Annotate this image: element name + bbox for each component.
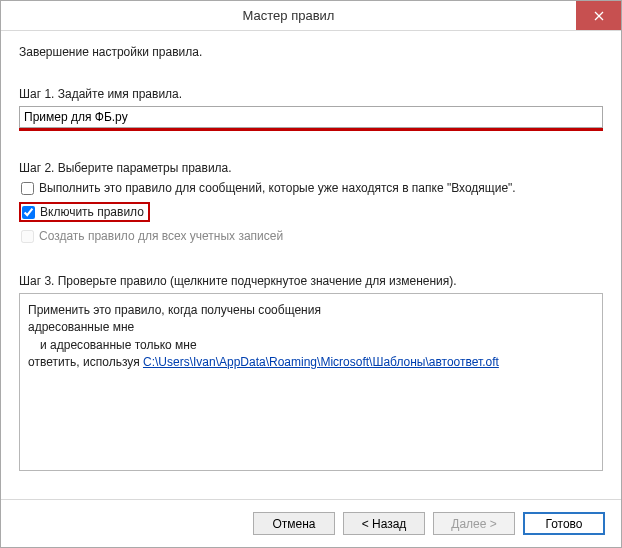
window-title: Мастер правил	[1, 8, 576, 23]
preview-line-3: и адресованные только мне	[28, 337, 594, 354]
step1-section: Шаг 1. Задайте имя правила.	[19, 87, 603, 131]
intro-text: Завершение настройки правила.	[19, 45, 603, 59]
step2-section: Шаг 2. Выберите параметры правила. Выпол…	[19, 161, 603, 244]
cancel-button[interactable]: Отмена	[253, 512, 335, 535]
step3-label: Шаг 3. Проверьте правило (щелкните подче…	[19, 274, 603, 288]
preview-line-1: Применить это правило, когда получены со…	[28, 302, 594, 319]
option-run-on-inbox-label: Выполнить это правило для сообщений, кот…	[39, 181, 516, 195]
content-area: Завершение настройки правила. Шаг 1. Зад…	[1, 31, 621, 499]
option-enable-rule-label: Включить правило	[40, 205, 144, 219]
option-all-accounts-label: Создать правило для всех учетных записей	[39, 229, 283, 243]
option-all-accounts: Создать правило для всех учетных записей	[19, 228, 603, 244]
close-icon	[594, 11, 604, 21]
titlebar: Мастер правил	[1, 1, 621, 31]
option-enable-rule[interactable]: Включить правило	[19, 202, 150, 222]
next-button: Далее >	[433, 512, 515, 535]
preview-line-4: ответить, используя C:\Users\Ivan\AppDat…	[28, 354, 594, 371]
rules-wizard-window: Мастер правил Завершение настройки прави…	[0, 0, 622, 548]
back-button[interactable]: < Назад	[343, 512, 425, 535]
option-enable-rule-checkbox[interactable]	[22, 206, 35, 219]
template-path-link[interactable]: C:\Users\Ivan\AppData\Roaming\Microsoft\…	[143, 355, 499, 369]
finish-button[interactable]: Готово	[523, 512, 605, 535]
step1-label: Шаг 1. Задайте имя правила.	[19, 87, 603, 101]
option-run-on-inbox-checkbox[interactable]	[21, 182, 34, 195]
preview-line-4-prefix: ответить, используя	[28, 355, 143, 369]
rule-name-underline	[19, 106, 603, 131]
close-button[interactable]	[576, 1, 621, 30]
option-run-on-inbox[interactable]: Выполнить это правило для сообщений, кот…	[19, 180, 603, 196]
option-all-accounts-checkbox	[21, 230, 34, 243]
preview-line-2: адресованные мне	[28, 319, 594, 336]
step2-label: Шаг 2. Выберите параметры правила.	[19, 161, 603, 175]
step3-section: Шаг 3. Проверьте правило (щелкните подче…	[19, 274, 603, 471]
button-bar: Отмена < Назад Далее > Готово	[1, 499, 621, 547]
rule-preview-box: Применить это правило, когда получены со…	[19, 293, 603, 471]
rule-name-input[interactable]	[19, 106, 603, 128]
